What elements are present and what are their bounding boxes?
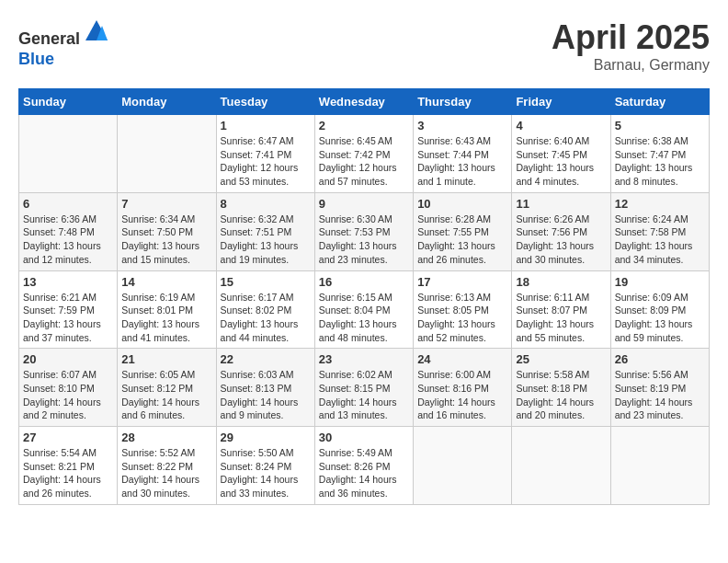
calendar-cell: 15Sunrise: 6:17 AM Sunset: 8:02 PM Dayli… — [216, 270, 314, 349]
day-info: Sunrise: 6:40 AM Sunset: 7:45 PM Dayligh… — [516, 134, 606, 189]
day-number: 30 — [319, 431, 409, 444]
logo-icon — [84, 18, 109, 44]
header-row: SundayMondayTuesdayWednesdayThursdayFrid… — [19, 89, 710, 115]
month-title: April 2025 — [552, 18, 710, 57]
calendar-cell: 23Sunrise: 6:02 AM Sunset: 8:15 PM Dayli… — [314, 349, 413, 427]
calendar-cell: 8Sunrise: 6:32 AM Sunset: 7:51 PM Daylig… — [216, 192, 314, 270]
calendar-body: 1Sunrise: 6:47 AM Sunset: 7:41 PM Daylig… — [19, 115, 710, 505]
weekday-header-monday: Monday — [118, 89, 216, 115]
calendar-cell: 30Sunrise: 5:49 AM Sunset: 8:26 PM Dayli… — [314, 427, 413, 505]
calendar-cell — [512, 427, 610, 505]
day-number: 10 — [417, 197, 507, 211]
day-info: Sunrise: 5:50 AM Sunset: 8:24 PM Dayligh… — [221, 446, 311, 500]
day-number: 17 — [417, 275, 507, 289]
day-info: Sunrise: 6:28 AM Sunset: 7:55 PM Dayligh… — [417, 213, 507, 267]
week-row-5: 27Sunrise: 5:54 AM Sunset: 8:21 PM Dayli… — [19, 427, 710, 505]
day-info: Sunrise: 6:13 AM Sunset: 8:05 PM Dayligh… — [417, 291, 507, 345]
calendar-cell: 19Sunrise: 6:09 AM Sunset: 8:09 PM Dayli… — [610, 270, 709, 349]
day-number: 24 — [417, 352, 507, 366]
day-number: 7 — [121, 197, 211, 211]
day-number: 1 — [221, 119, 311, 132]
day-number: 26 — [615, 352, 705, 366]
calendar-cell: 10Sunrise: 6:28 AM Sunset: 7:55 PM Dayli… — [414, 192, 512, 270]
day-number: 15 — [221, 275, 311, 289]
day-info: Sunrise: 6:17 AM Sunset: 8:02 PM Dayligh… — [221, 291, 311, 345]
day-number: 18 — [516, 275, 606, 289]
day-number: 6 — [23, 197, 113, 211]
day-number: 28 — [121, 431, 211, 444]
day-number: 16 — [319, 275, 409, 289]
day-number: 27 — [23, 431, 113, 444]
day-info: Sunrise: 6:00 AM Sunset: 8:16 PM Dayligh… — [417, 368, 507, 422]
calendar-cell — [118, 115, 216, 193]
day-number: 5 — [615, 119, 705, 132]
day-number: 9 — [319, 197, 409, 211]
calendar-cell: 22Sunrise: 6:03 AM Sunset: 8:13 PM Dayli… — [216, 349, 314, 427]
day-number: 14 — [121, 275, 211, 289]
calendar-cell: 28Sunrise: 5:52 AM Sunset: 8:22 PM Dayli… — [118, 427, 216, 505]
calendar-cell: 7Sunrise: 6:34 AM Sunset: 7:50 PM Daylig… — [118, 192, 216, 270]
calendar-cell: 14Sunrise: 6:19 AM Sunset: 8:01 PM Dayli… — [118, 270, 216, 349]
calendar-cell: 27Sunrise: 5:54 AM Sunset: 8:21 PM Dayli… — [19, 427, 118, 505]
weekday-header-thursday: Thursday — [414, 89, 512, 115]
day-info: Sunrise: 6:11 AM Sunset: 8:07 PM Dayligh… — [516, 291, 606, 345]
day-number: 23 — [319, 352, 409, 366]
calendar-cell: 13Sunrise: 6:21 AM Sunset: 7:59 PM Dayli… — [19, 270, 118, 349]
calendar-cell: 12Sunrise: 6:24 AM Sunset: 7:58 PM Dayli… — [610, 192, 709, 270]
calendar-cell: 25Sunrise: 5:58 AM Sunset: 8:18 PM Dayli… — [512, 349, 610, 427]
day-number: 11 — [516, 197, 606, 211]
location-subtitle: Barnau, Germany — [552, 57, 710, 74]
weekday-header-sunday: Sunday — [19, 89, 118, 115]
day-info: Sunrise: 6:45 AM Sunset: 7:42 PM Dayligh… — [319, 134, 409, 189]
calendar-cell: 1Sunrise: 6:47 AM Sunset: 7:41 PM Daylig… — [216, 115, 314, 193]
week-row-3: 13Sunrise: 6:21 AM Sunset: 7:59 PM Dayli… — [19, 270, 710, 349]
day-info: Sunrise: 5:56 AM Sunset: 8:19 PM Dayligh… — [615, 368, 705, 422]
day-number: 2 — [319, 119, 409, 132]
title-block: April 2025 Barnau, Germany — [552, 18, 710, 74]
day-info: Sunrise: 6:15 AM Sunset: 8:04 PM Dayligh… — [319, 291, 409, 345]
day-info: Sunrise: 6:03 AM Sunset: 8:13 PM Dayligh… — [221, 368, 311, 422]
day-info: Sunrise: 6:09 AM Sunset: 8:09 PM Dayligh… — [615, 291, 705, 345]
weekday-header-wednesday: Wednesday — [314, 89, 413, 115]
day-number: 8 — [221, 197, 311, 211]
day-info: Sunrise: 6:21 AM Sunset: 7:59 PM Dayligh… — [23, 291, 113, 345]
day-info: Sunrise: 6:02 AM Sunset: 8:15 PM Dayligh… — [319, 368, 409, 422]
calendar-cell: 2Sunrise: 6:45 AM Sunset: 7:42 PM Daylig… — [314, 115, 413, 193]
calendar-table: SundayMondayTuesdayWednesdayThursdayFrid… — [18, 88, 710, 505]
week-row-4: 20Sunrise: 6:07 AM Sunset: 8:10 PM Dayli… — [19, 349, 710, 427]
weekday-header-tuesday: Tuesday — [216, 89, 314, 115]
calendar-cell: 11Sunrise: 6:26 AM Sunset: 7:56 PM Dayli… — [512, 192, 610, 270]
calendar-cell: 3Sunrise: 6:43 AM Sunset: 7:44 PM Daylig… — [414, 115, 512, 193]
day-info: Sunrise: 5:54 AM Sunset: 8:21 PM Dayligh… — [23, 446, 113, 500]
calendar-cell: 5Sunrise: 6:38 AM Sunset: 7:47 PM Daylig… — [610, 115, 709, 193]
day-number: 19 — [615, 275, 705, 289]
day-info: Sunrise: 6:05 AM Sunset: 8:12 PM Dayligh… — [121, 368, 211, 422]
day-info: Sunrise: 5:52 AM Sunset: 8:22 PM Dayligh… — [121, 446, 211, 500]
day-number: 25 — [516, 352, 606, 366]
page-header: General Blue April 2025 Barnau, Germany — [18, 18, 710, 74]
calendar-cell: 21Sunrise: 6:05 AM Sunset: 8:12 PM Dayli… — [118, 349, 216, 427]
weekday-header-saturday: Saturday — [610, 89, 709, 115]
day-info: Sunrise: 6:24 AM Sunset: 7:58 PM Dayligh… — [615, 213, 705, 267]
calendar-header: SundayMondayTuesdayWednesdayThursdayFrid… — [19, 89, 710, 115]
calendar-cell: 4Sunrise: 6:40 AM Sunset: 7:45 PM Daylig… — [512, 115, 610, 193]
day-number: 20 — [23, 352, 113, 366]
day-number: 12 — [615, 197, 705, 211]
calendar-cell — [414, 427, 512, 505]
calendar-cell — [19, 115, 118, 193]
day-number: 21 — [121, 352, 211, 366]
day-info: Sunrise: 6:07 AM Sunset: 8:10 PM Dayligh… — [23, 368, 113, 422]
calendar-cell — [610, 427, 709, 505]
calendar-cell: 18Sunrise: 6:11 AM Sunset: 8:07 PM Dayli… — [512, 270, 610, 349]
calendar-cell: 6Sunrise: 6:36 AM Sunset: 7:48 PM Daylig… — [19, 192, 118, 270]
calendar-cell: 9Sunrise: 6:30 AM Sunset: 7:53 PM Daylig… — [314, 192, 413, 270]
calendar-cell: 17Sunrise: 6:13 AM Sunset: 8:05 PM Dayli… — [414, 270, 512, 349]
logo-general: General — [18, 29, 80, 48]
day-info: Sunrise: 6:43 AM Sunset: 7:44 PM Dayligh… — [417, 134, 507, 189]
day-number: 22 — [221, 352, 311, 366]
day-number: 29 — [221, 431, 311, 444]
day-number: 4 — [516, 119, 606, 132]
day-info: Sunrise: 5:49 AM Sunset: 8:26 PM Dayligh… — [319, 446, 409, 500]
day-info: Sunrise: 6:36 AM Sunset: 7:48 PM Dayligh… — [23, 213, 113, 267]
calendar-cell: 24Sunrise: 6:00 AM Sunset: 8:16 PM Dayli… — [414, 349, 512, 427]
